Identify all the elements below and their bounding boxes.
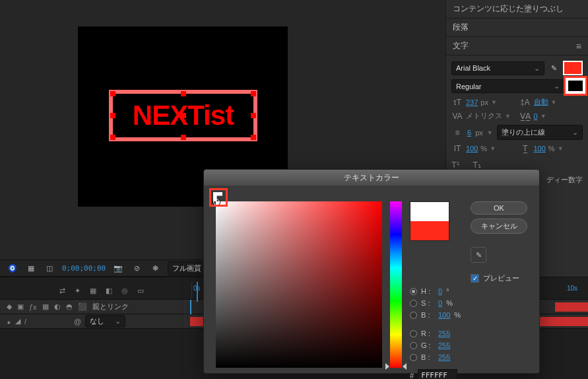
link-icon[interactable]: ⊘ (131, 264, 143, 273)
caret-icon[interactable]: ▼ (487, 129, 493, 136)
eyedropper-icon[interactable]: ✎ (548, 64, 559, 73)
fx-icon[interactable]: ƒx (29, 303, 37, 311)
fill-color-swatch[interactable] (563, 61, 583, 75)
r-value[interactable]: 255 (438, 329, 450, 337)
stroke-width-value[interactable]: 6 (467, 129, 471, 137)
color-preview-old (410, 221, 449, 240)
stroke-width-unit: px (475, 129, 483, 137)
kerning-value[interactable]: メトリクス (466, 111, 502, 121)
saturation-value-field[interactable] (216, 201, 382, 368)
caret-icon[interactable]: ▼ (490, 145, 496, 152)
panel-character-header[interactable]: 文字 ≡ (446, 37, 588, 55)
text-content[interactable]: NEXTist (133, 100, 234, 131)
panel-content-aware-fill[interactable]: コンテンツに応じた塗りつぶし (446, 0, 588, 18)
font-size-value[interactable]: 237 (466, 98, 478, 106)
eyedropper-button[interactable]: ✎ (471, 247, 486, 263)
caret-icon[interactable]: ▼ (551, 99, 557, 106)
track-segment[interactable] (555, 302, 588, 312)
tl-tool-2-icon[interactable]: ✦ (75, 287, 81, 295)
cancel-button[interactable]: キャンセル (471, 219, 527, 234)
g-radio[interactable] (410, 342, 417, 349)
timecode-display[interactable]: 0;00;00;00 (62, 264, 106, 273)
panel-menu-icon[interactable]: ≡ (576, 41, 581, 52)
ruler-mark-10: 10s (567, 285, 577, 292)
handle-mid-right[interactable] (251, 113, 256, 118)
r-radio[interactable] (410, 330, 417, 337)
s-radio[interactable] (410, 300, 417, 307)
h-unit: ° (446, 287, 449, 295)
caret-icon[interactable]: ▼ (558, 145, 564, 152)
hue-slider[interactable] (390, 201, 402, 368)
text-color-dialog: テキストカラー OK キャンセル ✎ (203, 169, 540, 374)
caret-icon[interactable]: ▼ (505, 113, 511, 120)
superscript-icon[interactable]: T¹ (451, 160, 459, 170)
g-value[interactable]: 255 (438, 341, 450, 349)
font-family-select[interactable]: Arial Black ⌄ (451, 61, 544, 75)
hue-slider-handle-left[interactable] (385, 363, 389, 370)
pickwhip-icon[interactable]: @ (74, 318, 81, 326)
text-layer-bounding-box[interactable]: NEXTist (109, 90, 257, 141)
tl-tool-4-icon[interactable]: ◧ (106, 287, 112, 295)
r-label: R : (421, 329, 434, 337)
layer-solo-icon[interactable]: ◢ (15, 317, 20, 326)
color-management-icon[interactable]: ❋ (149, 264, 161, 273)
kerning-icon: VA (451, 112, 463, 121)
b-radio[interactable] (410, 312, 417, 319)
font-style-value: Regular (456, 83, 482, 90)
panel-paragraph[interactable]: 段落 (446, 18, 588, 37)
handle-top-right[interactable] (251, 91, 256, 96)
h-radio[interactable] (410, 288, 417, 295)
horizontal-scale-value[interactable]: 100 (534, 145, 546, 153)
tracking-icon: V̲A̲ (519, 112, 531, 121)
ok-button[interactable]: OK (471, 201, 527, 215)
parent-select-value: なし (90, 316, 104, 326)
snapshot-icon[interactable]: 📷 (112, 264, 124, 273)
b-unit: % (454, 311, 461, 319)
bl-value[interactable]: 255 (438, 353, 450, 361)
tl-tool-6-icon[interactable]: ▭ (137, 287, 144, 295)
h-value[interactable]: 0 (438, 287, 442, 295)
preview-checkbox[interactable]: ✓ (471, 274, 479, 283)
hue-slider-handle-right[interactable] (403, 363, 407, 370)
parent-link-header: 親とリンク (92, 302, 129, 312)
font-style-select[interactable]: Regular ⌄ (451, 79, 564, 93)
b-value[interactable]: 100 (438, 311, 450, 319)
adjustment-icon[interactable]: ◓ (66, 302, 73, 311)
grid-icon[interactable]: ▦ (25, 264, 37, 273)
tl-tool-3-icon[interactable]: ▦ (90, 287, 96, 295)
caret-icon[interactable]: ▼ (491, 99, 497, 106)
tl-tool-1-icon[interactable]: ⇄ (59, 287, 65, 295)
layer-switch-icon[interactable]: ⬥ (7, 318, 11, 326)
caret-icon[interactable]: ▼ (540, 113, 546, 120)
tl-tool-5-icon[interactable]: ◎ (121, 287, 128, 295)
s-unit: % (446, 299, 453, 307)
stroke-color-swatch[interactable] (566, 78, 585, 94)
handle-mid-left[interactable] (110, 113, 115, 118)
magnify-icon[interactable]: 🧿 (7, 264, 18, 273)
s-value[interactable]: 0 (438, 299, 442, 307)
dialog-title[interactable]: テキストカラー (204, 170, 539, 186)
handle-top-center[interactable] (181, 91, 186, 96)
parent-select[interactable]: なし ⌄ (85, 315, 125, 327)
vertical-scale-value[interactable]: 100 (466, 145, 478, 153)
leading-value[interactable]: 自動 (534, 97, 548, 107)
handle-top-left[interactable] (110, 91, 115, 96)
layer-lock-icon[interactable]: / (24, 318, 26, 326)
mask-icon[interactable]: ◫ (44, 264, 55, 273)
three-d-icon[interactable]: ⬛ (78, 302, 87, 311)
frame-blend-icon[interactable]: ▦ (42, 302, 49, 311)
motion-blur-icon[interactable]: ◐ (54, 302, 61, 311)
shy-icon[interactable]: ◆ (7, 302, 12, 311)
handle-bottom-left[interactable] (110, 135, 115, 140)
playhead-line[interactable] (190, 300, 191, 314)
leading-icon: ‡A (519, 98, 531, 107)
hex-input[interactable] (418, 369, 457, 379)
bl-radio[interactable] (410, 354, 417, 361)
handle-bottom-right[interactable] (251, 135, 256, 140)
subscript-icon[interactable]: T₁ (473, 160, 481, 170)
tracking-value[interactable]: 0 (534, 112, 538, 120)
chevron-down-icon: ⌄ (534, 64, 540, 73)
handle-bottom-center[interactable] (181, 135, 186, 140)
av-icon[interactable]: ▣ (17, 302, 24, 311)
stroke-style-select[interactable]: 塗りの上に線 ⌄ (497, 125, 583, 140)
